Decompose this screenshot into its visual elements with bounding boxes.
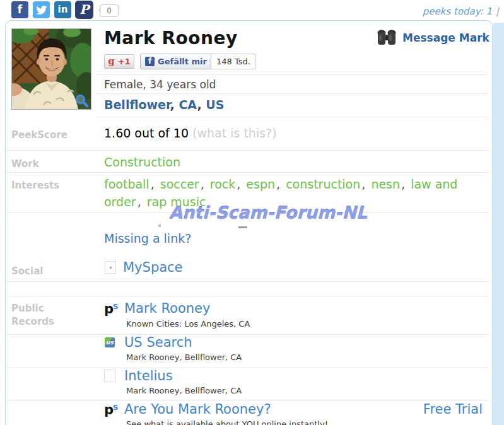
artifact-dot <box>158 224 161 227</box>
ps-s-glyph: s <box>113 301 118 311</box>
peeks-pipe: | <box>492 6 499 17</box>
interests-label: Interests <box>11 179 59 192</box>
work-value-link[interactable]: Construction <box>104 155 180 169</box>
facebook-share-icon[interactable]: f <box>11 1 28 18</box>
location-city-link[interactable]: Bellflower <box>104 98 170 112</box>
like-button-label: Gefällt mir <box>158 57 207 66</box>
interest-link[interactable]: football <box>104 177 149 191</box>
share-count: 0 <box>107 6 112 15</box>
peeks-today: peeks today: 1| <box>423 6 499 17</box>
location-country-link[interactable]: US <box>206 98 224 112</box>
record-title-link[interactable]: Mark Rooney <box>124 301 210 316</box>
broken-image-dot <box>110 267 112 269</box>
pinterest-share-icon[interactable]: P <box>75 1 93 19</box>
record-subtitle: Mark Rooney, Bellflower, CA <box>126 386 242 395</box>
peekscore-hint-link[interactable]: (what is this?) <box>192 126 277 140</box>
ps-p-glyph: p <box>104 301 114 317</box>
public-records-label: Public Records <box>11 302 81 329</box>
location-state-link[interactable]: CA <box>179 98 197 112</box>
ussearch-icon[interactable]: us <box>105 337 115 347</box>
like-count-value: 148 Tsd. <box>216 57 250 66</box>
plusone-label: +1 <box>118 57 131 66</box>
message-mark-link[interactable]: Message Mark <box>376 29 397 48</box>
facebook-f-glyph: f <box>11 1 28 18</box>
anti-scam-watermark: Anti-Scam-Forum-NL <box>169 203 367 223</box>
location: Bellflower, CA, US <box>104 98 224 112</box>
artifact-dash <box>238 226 247 228</box>
facebook-f-icon: f <box>145 57 155 66</box>
peekyou-profile-page: f in P 0 peeks today: 1| <box>0 0 504 425</box>
record-title-link[interactable]: US Search <box>124 335 192 350</box>
page-background-strip <box>493 23 504 425</box>
comma: , <box>197 98 201 112</box>
divider <box>96 93 488 94</box>
binoculars-icon <box>376 29 397 45</box>
peoplesmart-icon[interactable]: ps <box>104 402 118 417</box>
myspace-link[interactable]: MySpace <box>123 260 183 275</box>
pinterest-p-glyph: P <box>75 1 93 19</box>
comma: , <box>149 177 156 191</box>
ps-s-glyph: s <box>113 402 118 412</box>
record-subtitle: Mark Rooney, Bellflower, CA <box>126 352 242 362</box>
peoplesmart-icon[interactable]: ps <box>104 301 118 317</box>
divider <box>6 281 489 282</box>
comma: , <box>199 177 206 191</box>
ps-p-glyph: p <box>104 402 114 417</box>
work-label: Work <box>11 158 39 171</box>
comma: , <box>275 177 282 191</box>
missing-link[interactable]: Missing a link? <box>104 231 191 245</box>
comma: , <box>136 195 143 209</box>
google-g-icon: g <box>108 55 115 67</box>
message-mark-label: Message Mark <box>402 32 503 44</box>
peeks-today-label: peeks today: 1 <box>423 6 492 17</box>
interest-link[interactable]: espn <box>246 177 275 191</box>
google-plusone-button[interactable]: g +1 <box>104 54 134 69</box>
gender-age: Female, 34 years old <box>104 78 216 91</box>
interest-link[interactable]: soccer <box>160 177 199 191</box>
social-label: Social <box>11 265 43 278</box>
photo-zoom-icon[interactable] <box>74 93 90 108</box>
divider <box>6 334 489 335</box>
interest-link[interactable]: nesn <box>371 177 400 191</box>
divider <box>6 150 489 151</box>
free-trial-link[interactable]: Free Trial <box>353 402 483 417</box>
comma: , <box>400 177 407 191</box>
linkedin-in-glyph: in <box>54 1 71 18</box>
divider <box>6 368 489 368</box>
linkedin-share-icon[interactable]: in <box>54 1 71 18</box>
divider <box>6 400 489 400</box>
interest-link[interactable]: construction <box>286 177 360 191</box>
divider <box>96 117 488 117</box>
us-glyph: us <box>106 339 114 346</box>
comma: , <box>360 177 367 191</box>
record-subtitle: Known Cities: Los Angeles, CA <box>126 319 250 329</box>
record-subtitle: See what is available about YOU online i… <box>126 419 328 425</box>
divider <box>6 172 489 173</box>
like-count-bubble: 148 Tsd. <box>211 54 256 69</box>
peekscore-label: PeekScore <box>11 129 67 142</box>
twitter-share-icon[interactable] <box>33 1 50 18</box>
record-title-link[interactable]: Intelius <box>124 368 173 383</box>
facebook-like-button[interactable]: f Gefällt mir <box>140 54 213 69</box>
twitter-bird-icon <box>33 1 50 18</box>
are-you-link[interactable]: Are You Mark Rooney? <box>124 402 271 417</box>
myspace-broken-image-icon <box>105 261 116 274</box>
divider <box>96 74 488 75</box>
intelius-broken-image-icon <box>104 370 115 382</box>
page-title: Mark Rooney <box>104 28 238 49</box>
divider <box>6 296 489 297</box>
peekscore-value: 1.60 out of 10 (what is this?) <box>104 126 277 140</box>
comma: , <box>170 98 175 112</box>
interest-link[interactable]: rock <box>210 177 235 191</box>
comma: , <box>235 177 242 191</box>
peekscore-number: 1.60 out of 10 <box>104 126 189 140</box>
share-count-bubble[interactable]: 0 <box>100 4 119 17</box>
